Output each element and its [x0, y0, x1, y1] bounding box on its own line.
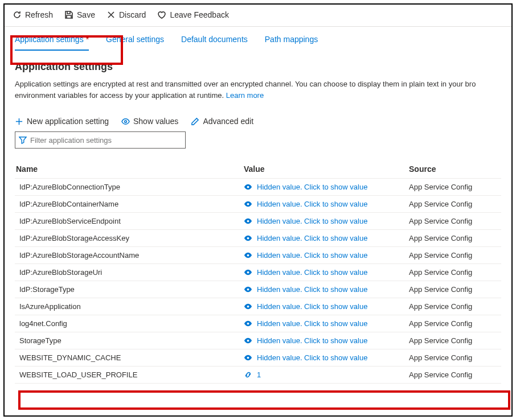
discard-label: Discard [119, 10, 146, 19]
setting-name[interactable]: log4net.Config [16, 319, 244, 328]
eye-icon [244, 268, 252, 277]
heart-icon [157, 10, 166, 19]
tab-label: Application settings [15, 35, 84, 44]
hidden-value-link[interactable]: Hidden value. Click to show value [244, 285, 409, 294]
discard-icon [107, 10, 116, 19]
save-label: Save [77, 10, 95, 19]
eye-icon [244, 200, 252, 208]
table-row: IdP:AzureBlobStorageAccessKeyHidden valu… [15, 230, 501, 247]
actions-row: New application setting Show values Adva… [5, 104, 511, 131]
setting-name[interactable]: WEBSITE_DYNAMIC_CACHE [16, 353, 244, 362]
setting-source: App Service Config [409, 319, 500, 328]
eye-icon [244, 302, 252, 311]
filter-input[interactable] [30, 136, 182, 145]
discard-button[interactable]: Discard [107, 10, 146, 19]
tab-general-settings[interactable]: General settings [106, 35, 164, 51]
eye-icon [244, 234, 252, 242]
toolbar: Refresh Save Discard Leave Feedback [5, 5, 511, 27]
highlight-box-row [18, 390, 510, 410]
feedback-button[interactable]: Leave Feedback [157, 10, 229, 19]
value-link[interactable]: 1 [244, 370, 409, 379]
refresh-label: Refresh [25, 10, 53, 19]
setting-name[interactable]: IdP:AzureBlobConnectionType [16, 183, 244, 191]
eye-icon [244, 336, 252, 345]
hidden-value-link[interactable]: Hidden value. Click to show value [244, 336, 409, 345]
tabs: Application settings* General settings D… [5, 27, 511, 51]
table-row: IdP:AzureBlobStorageAccountNameHidden va… [15, 247, 501, 264]
table-row: IdP:AzureBlobConnectionTypeHidden value.… [15, 179, 501, 196]
svg-point-6 [247, 271, 249, 274]
advanced-edit-button[interactable]: Advanced edit [191, 117, 253, 126]
svg-point-1 [247, 186, 249, 188]
table-row: WEBSITE_LOAD_USER_PROFILE1App Service Co… [15, 367, 501, 384]
setting-name[interactable]: IdP:AzureBlobStorageUri [16, 268, 244, 277]
tab-path-mappings[interactable]: Path mappings [265, 35, 318, 51]
eye-icon [244, 183, 252, 191]
table-header: Name Value Source [15, 160, 501, 179]
setting-source: App Service Config [409, 336, 500, 345]
save-button[interactable]: Save [64, 10, 95, 19]
setting-name[interactable]: IdP:AzureBlobServiceEndpoint [16, 217, 244, 225]
tab-application-settings[interactable]: Application settings* [15, 35, 89, 51]
setting-name[interactable]: IdP:AzureBlobContainerName [16, 200, 244, 208]
setting-name[interactable]: IdP:StorageType [16, 285, 244, 294]
table-row: IdP:AzureBlobServiceEndpointHidden value… [15, 213, 501, 230]
setting-source: App Service Config [409, 353, 500, 362]
eye-icon [244, 251, 252, 260]
svg-point-2 [247, 203, 249, 205]
setting-source: App Service Config [409, 285, 500, 294]
eye-icon [244, 285, 252, 294]
col-value[interactable]: Value [244, 164, 409, 174]
show-values-button[interactable]: Show values [121, 117, 178, 126]
new-setting-button[interactable]: New application setting [15, 117, 109, 126]
hidden-value-link[interactable]: Hidden value. Click to show value [244, 353, 409, 362]
save-icon [64, 10, 73, 19]
description: Application settings are encrypted at re… [15, 79, 501, 101]
table-row: StorageTypeHidden value. Click to show v… [15, 332, 501, 349]
svg-point-3 [247, 220, 249, 223]
hidden-value-link[interactable]: Hidden value. Click to show value [244, 302, 409, 311]
table-row: IdP:AzureBlobContainerNameHidden value. … [15, 196, 501, 213]
table-row: IsAzureApplicationHidden value. Click to… [15, 298, 501, 315]
svg-point-0 [125, 120, 127, 122]
description-line1: Application settings are encrypted at re… [15, 80, 476, 88]
feedback-label: Leave Feedback [170, 10, 229, 19]
tab-default-documents[interactable]: Default documents [181, 35, 248, 51]
show-values-label: Show values [133, 117, 178, 126]
table-row: log4net.ConfigHidden value. Click to sho… [15, 315, 501, 332]
setting-source: App Service Config [409, 268, 500, 277]
setting-source: App Service Config [409, 200, 500, 208]
refresh-button[interactable]: Refresh [13, 10, 53, 19]
setting-source: App Service Config [409, 302, 500, 311]
table-row: IdP:AzureBlobStorageUriHidden value. Cli… [15, 264, 501, 281]
refresh-icon [13, 10, 22, 19]
svg-point-5 [247, 254, 249, 257]
svg-point-9 [247, 323, 249, 325]
learn-more-link[interactable]: Learn more [226, 91, 264, 100]
setting-name[interactable]: WEBSITE_LOAD_USER_PROFILE [16, 370, 244, 379]
hidden-value-link[interactable]: Hidden value. Click to show value [244, 183, 409, 191]
hidden-value-link[interactable]: Hidden value. Click to show value [244, 200, 409, 208]
setting-source: App Service Config [409, 251, 500, 260]
hidden-value-link[interactable]: Hidden value. Click to show value [244, 251, 409, 260]
filter-icon [19, 136, 27, 144]
setting-name[interactable]: StorageType [16, 336, 244, 345]
setting-name[interactable]: IsAzureApplication [16, 302, 244, 311]
dirty-indicator: * [86, 35, 89, 44]
svg-point-7 [247, 289, 249, 291]
eye-icon [244, 217, 252, 225]
setting-name[interactable]: IdP:AzureBlobStorageAccessKey [16, 234, 244, 242]
hidden-value-link[interactable]: Hidden value. Click to show value [244, 319, 409, 328]
col-name[interactable]: Name [16, 164, 244, 174]
hidden-value-link[interactable]: Hidden value. Click to show value [244, 217, 409, 225]
setting-name[interactable]: IdP:AzureBlobStorageAccountName [16, 251, 244, 260]
col-source[interactable]: Source [409, 164, 500, 174]
description-line2: environment variables for access by your… [15, 91, 226, 100]
setting-source: App Service Config [409, 217, 500, 225]
hidden-value-link[interactable]: Hidden value. Click to show value [244, 234, 409, 242]
page-title: Application settings [15, 61, 501, 73]
hidden-value-link[interactable]: Hidden value. Click to show value [244, 268, 409, 277]
link-icon [244, 370, 252, 379]
filter-box[interactable] [15, 131, 186, 149]
pencil-icon [191, 117, 199, 126]
